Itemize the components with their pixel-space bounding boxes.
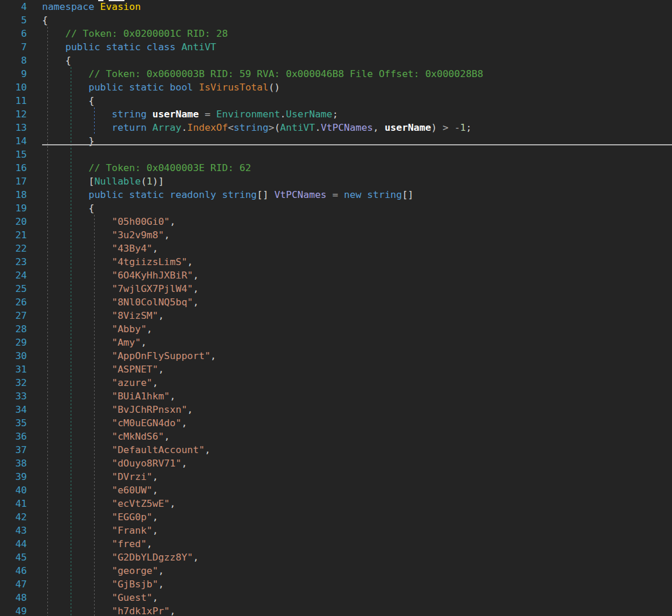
line-number[interactable]: 17 <box>0 175 27 188</box>
line-number[interactable]: 11 <box>0 94 27 107</box>
code-line[interactable]: 36 "cMkNdS6", <box>0 430 672 443</box>
line-number[interactable]: 14 <box>0 134 27 148</box>
line-number[interactable]: 27 <box>0 309 27 322</box>
line-number[interactable]: 44 <box>0 537 27 551</box>
line-number[interactable]: 23 <box>0 255 27 269</box>
code-line[interactable]: 42 "EGG0p", <box>0 510 672 524</box>
decompiler-code-editor[interactable]: 4namespace Evasion5{6 // Token: 0x020000… <box>0 0 672 616</box>
code-line[interactable]: 33 "BUiA1hkm", <box>0 389 672 403</box>
code-line[interactable]: 16 // Token: 0x0400003E RID: 62 <box>0 161 672 175</box>
line-number[interactable]: 16 <box>0 161 27 175</box>
clipped-previous-line-fragment <box>109 0 124 1</box>
code-line[interactable]: 39 "DVrzi", <box>0 470 672 483</box>
code-line[interactable]: 22 "43By4", <box>0 242 672 255</box>
code-line[interactable]: 10 public static bool IsVirusTotal() <box>0 81 672 94</box>
code-line[interactable]: 5{ <box>0 13 672 27</box>
line-number[interactable]: 40 <box>0 483 27 497</box>
code-line[interactable]: 24 "6O4KyHhJXBiR", <box>0 269 672 282</box>
code-line[interactable]: 26 "8Nl0ColNQ5bq", <box>0 295 672 309</box>
line-number[interactable]: 42 <box>0 510 27 524</box>
code-line[interactable]: 35 "cM0uEGN4do", <box>0 416 672 430</box>
code-line[interactable]: 9 // Token: 0x0600003B RID: 59 RVA: 0x00… <box>0 67 672 81</box>
code-text: "fred", <box>42 537 153 551</box>
code-line[interactable]: 27 "8VizSM", <box>0 309 672 322</box>
code-line[interactable]: 37 "DefaultAccount", <box>0 443 672 457</box>
line-number[interactable]: 21 <box>0 228 27 242</box>
line-number[interactable]: 29 <box>0 336 27 349</box>
line-number[interactable]: 8 <box>0 54 27 67</box>
line-number[interactable]: 37 <box>0 443 27 457</box>
line-number[interactable]: 39 <box>0 470 27 483</box>
line-number[interactable]: 36 <box>0 430 27 443</box>
line-number[interactable]: 34 <box>0 403 27 416</box>
code-line[interactable]: 20 "05h00Gi0", <box>0 215 672 228</box>
line-number[interactable]: 35 <box>0 416 27 430</box>
code-line[interactable]: 44 "fred", <box>0 537 672 551</box>
code-line[interactable]: 31 "ASPNET", <box>0 363 672 376</box>
code-line[interactable]: 15 <box>0 148 672 161</box>
code-line[interactable]: 17 [Nullable(1)] <box>0 175 672 188</box>
line-number[interactable]: 31 <box>0 363 27 376</box>
code-line[interactable]: 32 "azure", <box>0 376 672 389</box>
line-number[interactable]: 30 <box>0 349 27 363</box>
clipped-previous-line-fragment <box>98 0 103 1</box>
line-number[interactable]: 33 <box>0 389 27 403</box>
line-number[interactable]: 32 <box>0 376 27 389</box>
code-line[interactable]: 6 // Token: 0x0200001C RID: 28 <box>0 27 672 40</box>
line-number[interactable]: 4 <box>0 0 27 13</box>
line-number[interactable]: 19 <box>0 201 27 215</box>
code-line[interactable]: 11 { <box>0 94 672 107</box>
code-line[interactable]: 34 "BvJChRPnsxn", <box>0 403 672 416</box>
code-text: { <box>42 54 71 67</box>
line-number[interactable]: 43 <box>0 524 27 537</box>
code-line[interactable]: 12 string userName = Environment.UserNam… <box>0 107 672 121</box>
line-number[interactable]: 49 <box>0 604 27 616</box>
line-number[interactable]: 38 <box>0 457 27 470</box>
code-line[interactable]: 30 "AppOnFlySupport", <box>0 349 672 363</box>
code-line[interactable]: 21 "3u2v9m8", <box>0 228 672 242</box>
code-line[interactable]: 47 "GjBsjb", <box>0 577 672 591</box>
line-number[interactable]: 9 <box>0 67 27 81</box>
line-number[interactable]: 10 <box>0 81 27 94</box>
line-number[interactable]: 6 <box>0 27 27 40</box>
line-number[interactable]: 48 <box>0 591 27 604</box>
code-line[interactable]: 48 "Guest", <box>0 591 672 604</box>
code-line[interactable]: 7 public static class AntiVT <box>0 40 672 54</box>
code-text: "DVrzi", <box>42 470 158 483</box>
line-number[interactable]: 24 <box>0 269 27 282</box>
line-number[interactable]: 26 <box>0 295 27 309</box>
code-line[interactable]: 49 "h7dk1xPr", <box>0 604 672 616</box>
line-number[interactable]: 20 <box>0 215 27 228</box>
line-number[interactable]: 47 <box>0 577 27 591</box>
line-number[interactable]: 15 <box>0 148 27 161</box>
code-line[interactable]: 46 "george", <box>0 564 672 577</box>
line-number[interactable]: 22 <box>0 242 27 255</box>
line-number[interactable]: 45 <box>0 551 27 564</box>
code-line[interactable]: 14 } <box>0 134 672 148</box>
code-text: return Array.IndexOf<string>(AntiVT.VtPC… <box>42 121 472 134</box>
line-number[interactable]: 28 <box>0 322 27 336</box>
code-line[interactable]: 28 "Abby", <box>0 322 672 336</box>
code-line[interactable]: 4namespace Evasion <box>0 0 672 13</box>
code-line[interactable]: 13 return Array.IndexOf<string>(AntiVT.V… <box>0 121 672 134</box>
code-line[interactable]: 40 "e60UW", <box>0 483 672 497</box>
code-lines: 4namespace Evasion5{6 // Token: 0x020000… <box>0 0 672 616</box>
code-line[interactable]: 29 "Amy", <box>0 336 672 349</box>
line-number[interactable]: 13 <box>0 121 27 134</box>
line-number[interactable]: 18 <box>0 188 27 201</box>
code-line[interactable]: 19 { <box>0 201 672 215</box>
line-number[interactable]: 12 <box>0 107 27 121</box>
code-line[interactable]: 45 "G2DbYLDgzz8Y", <box>0 551 672 564</box>
code-line[interactable]: 23 "4tgiizsLimS", <box>0 255 672 269</box>
code-line[interactable]: 8 { <box>0 54 672 67</box>
code-line[interactable]: 43 "Frank", <box>0 524 672 537</box>
line-number[interactable]: 25 <box>0 282 27 295</box>
line-number[interactable]: 46 <box>0 564 27 577</box>
code-line[interactable]: 38 "dOuyo8RV71", <box>0 457 672 470</box>
code-line[interactable]: 18 public static readonly string[] VtPCN… <box>0 188 672 201</box>
line-number[interactable]: 5 <box>0 13 27 27</box>
code-line[interactable]: 41 "ecVtZ5wE", <box>0 497 672 510</box>
code-line[interactable]: 25 "7wjlGX7PjlW4", <box>0 282 672 295</box>
line-number[interactable]: 41 <box>0 497 27 510</box>
line-number[interactable]: 7 <box>0 40 27 54</box>
